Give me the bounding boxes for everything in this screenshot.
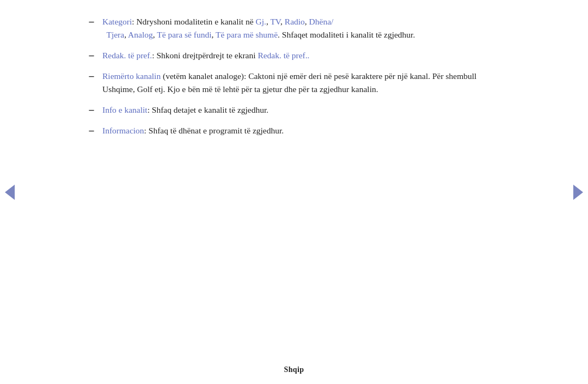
- footer-label: Shqip: [284, 365, 304, 374]
- right-arrow-icon: [573, 185, 583, 200]
- list-item: – Redak. të pref.: Shkoni drejtpërdrejt …: [87, 49, 501, 62]
- list-container: – Kategori: Ndryshoni modalitetin e kana…: [87, 15, 501, 137]
- content-area: – Kategori: Ndryshoni modalitetin e kana…: [82, 15, 506, 137]
- bullet-icon: –: [87, 50, 96, 61]
- item-text: Redak. të pref.: Shkoni drejtpërdrejt te…: [102, 49, 310, 62]
- link-radio[interactable]: Radio: [285, 17, 305, 26]
- nav-right-button[interactable]: [573, 182, 584, 202]
- item-text: Informacion: Shfaq të dhënat e programit…: [102, 124, 284, 137]
- link-tv[interactable]: TV: [270, 17, 280, 26]
- link-info-e-kanalit[interactable]: Info e kanalit: [102, 105, 148, 114]
- list-item: – Informacion: Shfaq të dhënat e program…: [87, 124, 501, 137]
- item-text: Info e kanalit: Shfaq detajet e kanalit …: [102, 103, 268, 117]
- link-te-para-se-fundi[interactable]: Të para së fundi: [157, 30, 211, 39]
- left-arrow-icon: [5, 185, 15, 200]
- bullet-icon: –: [87, 16, 96, 27]
- item-text: Kategori: Ndryshoni modalitetin e kanali…: [102, 15, 415, 41]
- page-container: – Kategori: Ndryshoni modalitetin e kana…: [0, 0, 588, 384]
- link-riemerro-kanalin[interactable]: Riemërto kanalin: [102, 71, 161, 81]
- link-analog[interactable]: Analog: [128, 30, 153, 39]
- link-redak-te-pref-2[interactable]: Redak. të pref..: [258, 51, 309, 60]
- link-kategori[interactable]: Kategori: [102, 17, 132, 26]
- list-item: – Info e kanalit: Shfaq detajet e kanali…: [87, 103, 501, 117]
- list-item: – Riemërto kanalin (vetëm kanalet analog…: [87, 70, 501, 96]
- bullet-icon: –: [87, 70, 96, 82]
- bullet-icon: –: [87, 104, 96, 115]
- link-informacion[interactable]: Informacion: [102, 126, 144, 135]
- list-item: – Kategori: Ndryshoni modalitetin e kana…: [87, 15, 501, 41]
- link-gj[interactable]: Gj.: [256, 17, 266, 26]
- nav-left-button[interactable]: [4, 182, 15, 202]
- bullet-icon: –: [87, 125, 96, 136]
- link-te-para-me-shume[interactable]: Të para më shumë: [216, 30, 278, 39]
- link-redak-te-pref[interactable]: Redak. të pref.: [102, 51, 152, 60]
- item-text: Riemërto kanalin (vetëm kanalet analoge)…: [102, 70, 501, 96]
